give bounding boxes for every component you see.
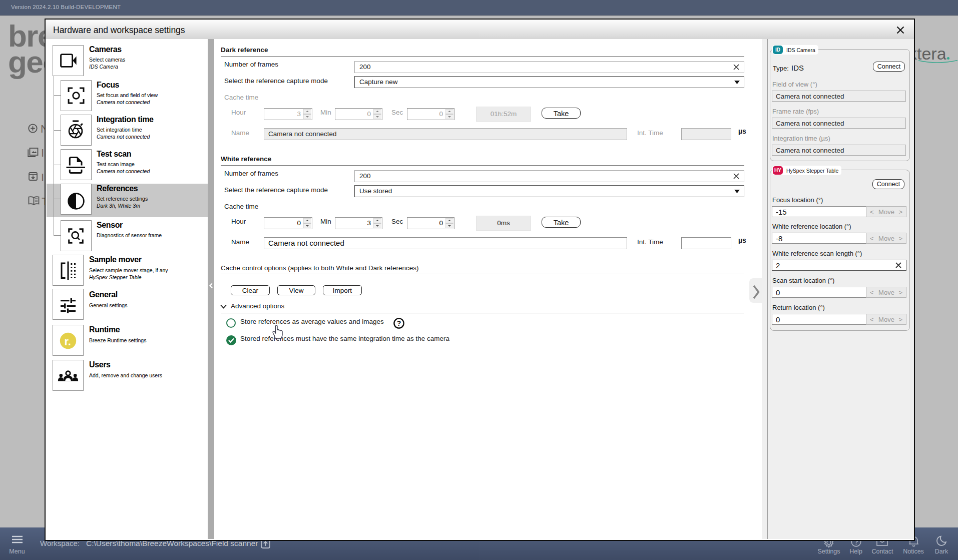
svg-text:?: ? (397, 319, 401, 327)
